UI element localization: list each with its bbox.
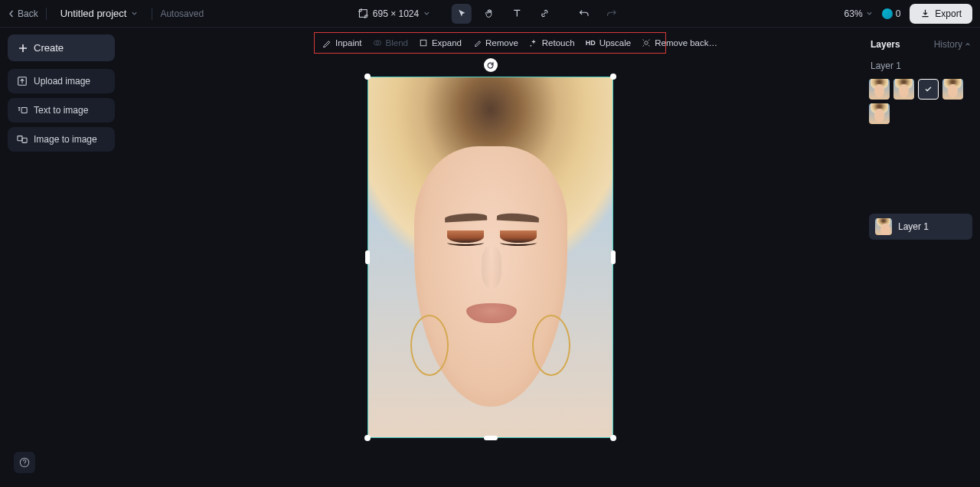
svg-rect-7 [420, 40, 426, 46]
resize-handle-ml[interactable] [365, 250, 370, 264]
pan-tool[interactable] [479, 4, 499, 24]
image-to-image-icon [17, 134, 28, 145]
inpaint-icon [322, 38, 332, 47]
undo-icon [579, 8, 590, 19]
upload-image-label: Upload image [34, 76, 90, 87]
svg-rect-3 [18, 136, 22, 141]
download-icon [920, 8, 930, 18]
credits-value: 0 [896, 8, 901, 19]
text-icon [512, 8, 522, 18]
undo-button[interactable] [574, 4, 594, 24]
portrait-image [368, 77, 612, 437]
variant-thumb-4[interactable] [942, 79, 963, 100]
expand-label: Expand [432, 38, 462, 47]
rotate-icon [486, 61, 495, 70]
autosaved-status: Autosaved [160, 8, 204, 19]
layers-tab[interactable]: Layers [871, 39, 900, 50]
expand-icon [419, 38, 428, 47]
upload-icon [17, 76, 28, 87]
rotate-handle[interactable] [484, 58, 498, 72]
divider [152, 8, 152, 20]
export-label: Export [935, 8, 962, 19]
credits-icon [882, 8, 893, 19]
cursor-icon [457, 8, 467, 18]
create-button[interactable]: Create [8, 34, 115, 61]
history-label: History [934, 39, 962, 50]
upload-image-button[interactable]: Upload image [8, 69, 115, 93]
remove-bg-label: Remove back… [655, 38, 717, 47]
redo-button[interactable] [602, 4, 622, 24]
canvas-dimensions-dropdown[interactable]: 695 × 1024 [358, 8, 430, 19]
layer-row-label: Layer 1 [898, 221, 929, 232]
redo-icon [606, 8, 617, 19]
back-label: Back [18, 8, 38, 19]
upscale-button[interactable]: HD Upscale [586, 38, 632, 47]
variant-thumbnails [869, 77, 972, 126]
inpaint-label: Inpaint [335, 38, 362, 47]
resize-handle-mr[interactable] [611, 250, 616, 264]
layer-thumb [875, 218, 892, 235]
upscale-label: Upscale [599, 38, 632, 47]
resize-handle-tl[interactable] [364, 74, 371, 80]
canvas-image[interactable] [368, 77, 613, 438]
layer-name: Layer 1 [869, 54, 972, 77]
text-to-image-button[interactable]: Text to image [8, 98, 115, 123]
resize-handle-bl[interactable] [364, 435, 371, 441]
eraser-icon [472, 38, 482, 47]
chevron-down-icon [131, 10, 138, 17]
remove-background-button[interactable]: Remove back… [642, 38, 717, 47]
resize-handle-tr[interactable] [610, 74, 616, 80]
back-button[interactable]: Back [8, 8, 38, 19]
chevron-down-icon [423, 10, 430, 17]
create-label: Create [34, 42, 64, 54]
retouch-button[interactable]: Retouch [529, 38, 575, 47]
dimensions-text: 695 × 1024 [373, 8, 419, 19]
divider [46, 8, 47, 20]
crop-icon [358, 8, 368, 18]
svg-rect-0 [359, 10, 367, 18]
export-button[interactable]: Export [910, 4, 972, 24]
expand-button[interactable]: Expand [419, 38, 462, 47]
link-tool[interactable] [534, 4, 554, 24]
text-to-image-icon [17, 105, 28, 116]
hand-icon [485, 8, 495, 18]
chevron-up-icon [965, 41, 971, 47]
retouch-icon [529, 38, 538, 47]
canvas-selection[interactable] [368, 77, 613, 438]
chevron-down-icon [866, 10, 873, 17]
help-icon [19, 457, 30, 468]
variant-thumb-2[interactable] [893, 79, 914, 100]
svg-rect-2 [21, 108, 27, 113]
remove-bg-icon [642, 38, 651, 47]
hd-icon: HD [586, 39, 596, 47]
edit-toolbar: Inpaint Blend Expand Remove Retouch HD U… [314, 32, 666, 54]
remove-label: Remove [485, 38, 518, 47]
plus-icon [18, 44, 28, 53]
link-icon [540, 8, 550, 18]
chevron-left-icon [8, 10, 15, 18]
resize-handle-mb[interactable] [484, 436, 498, 440]
credits-badge[interactable]: 0 [882, 8, 901, 19]
svg-point-8 [645, 41, 648, 45]
variant-thumb-3-selected[interactable] [918, 79, 939, 100]
zoom-dropdown[interactable]: 63% [844, 8, 873, 19]
check-icon [924, 85, 933, 93]
blend-icon [373, 38, 382, 47]
help-button[interactable] [14, 452, 35, 473]
resize-handle-br[interactable] [610, 435, 616, 441]
remove-button[interactable]: Remove [472, 38, 518, 47]
text-tool[interactable] [507, 4, 527, 24]
history-tab[interactable]: History [934, 39, 971, 50]
variant-thumb-1[interactable] [869, 79, 890, 100]
image-to-image-button[interactable]: Image to image [8, 127, 115, 152]
inpaint-button[interactable]: Inpaint [322, 38, 362, 47]
retouch-label: Retouch [542, 38, 575, 47]
blend-label: Blend [386, 38, 408, 47]
text-to-image-label: Text to image [34, 105, 88, 116]
project-title-dropdown[interactable]: Untitled project [54, 8, 145, 19]
cursor-tool[interactable] [452, 4, 472, 24]
variant-thumb-5[interactable] [869, 103, 890, 124]
blend-button: Blend [373, 38, 408, 47]
layer-row-1[interactable]: Layer 1 [869, 214, 972, 240]
project-title-text: Untitled project [60, 8, 127, 19]
